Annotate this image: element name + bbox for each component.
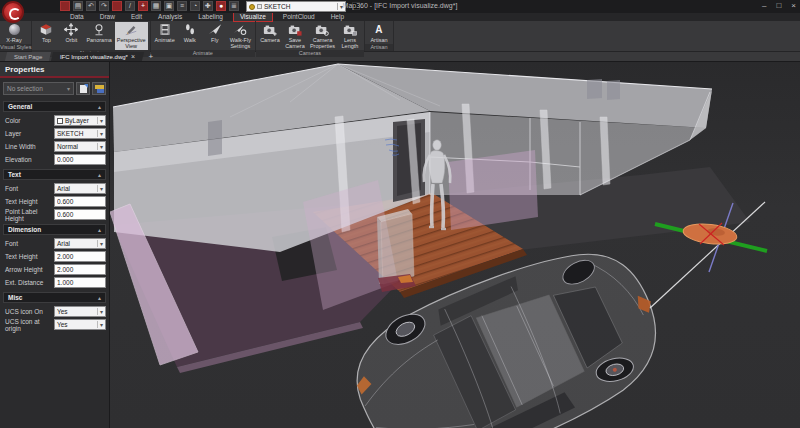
line-width-dropdown[interactable]: Normal ▾ — [54, 141, 106, 152]
arrow-height-input[interactable] — [54, 264, 106, 275]
chevron-down-icon: ▾ — [97, 117, 103, 124]
selection-dropdown[interactable]: No selection ▾ — [3, 82, 74, 95]
walk-fly-settings-button[interactable]: Walk-Fly Settings — [228, 22, 253, 50]
panel-title: Properties — [0, 62, 109, 78]
artisan-a-icon: A — [371, 23, 387, 36]
properties-panel: Properties No selection ▾ General ▴ Colo… — [0, 62, 110, 428]
save-camera-button[interactable]: Save Camera — [283, 22, 307, 50]
row-arrow-height: Arrow Height — [0, 263, 109, 276]
chevron-down-icon: ▾ — [97, 240, 103, 247]
group-label: Artisan — [365, 44, 393, 51]
plane-gear-icon — [232, 23, 248, 36]
text-height-input[interactable] — [54, 196, 106, 207]
row-ucs-icon-on: UCS icon On Yes ▾ — [0, 305, 109, 318]
group-navigate: Top Orbit Panorama — [32, 21, 150, 51]
maximize-button[interactable]: □ — [776, 0, 781, 12]
collapse-icon: ▴ — [98, 103, 101, 110]
window-title: Map360 - [IFC Import visualize.dwg*] — [0, 2, 800, 9]
row-line-width: Line Width Normal ▾ — [0, 140, 109, 153]
orbit-arrows-icon — [63, 23, 79, 36]
match-properties-button[interactable] — [92, 82, 106, 95]
dim-text-height-input[interactable] — [54, 251, 106, 262]
quick-select-button[interactable] — [76, 82, 90, 95]
row-color: Color ByLayer ▾ — [0, 114, 109, 127]
group-cameras: Camera Save Camera Camera Properties — [256, 21, 365, 51]
tab-pointcloud[interactable]: PointCloud — [277, 13, 321, 21]
viewport-3d[interactable] — [110, 62, 800, 428]
orbit-button[interactable]: Orbit — [59, 22, 83, 50]
ribbon-tab-bar: Data Draw Edit Analysis Labeling Visuali… — [0, 13, 800, 21]
scene — [110, 62, 800, 428]
elevation-input[interactable] — [54, 154, 106, 165]
row-ucs-icon-origin: UCS icon at origin Yes ▾ — [0, 318, 109, 331]
tab-data[interactable]: Data — [64, 13, 90, 21]
ext-distance-input[interactable] — [54, 277, 106, 288]
group-artisan: A Artisan Artisan — [365, 21, 394, 51]
chevron-down-icon: ▾ — [67, 85, 70, 92]
chevron-down-icon: ▾ — [97, 185, 103, 192]
footprints-icon — [182, 23, 198, 36]
document-tab-bar: Start Page IFC Import visualize.dwg* × + — [0, 52, 800, 62]
furniture-box — [377, 209, 414, 284]
tab-analysis[interactable]: Analysis — [152, 13, 188, 21]
tab-labeling[interactable]: Labeling — [192, 13, 229, 21]
section-misc[interactable]: Misc ▴ — [3, 292, 106, 303]
camera-button[interactable]: Camera — [258, 22, 282, 50]
section-dimension[interactable]: Dimension ▴ — [3, 224, 106, 235]
color-swatch-icon — [57, 118, 63, 124]
title-bar: ▤ ↶ ↷ / + ▦ ▣ ≡ ◔ ✚ ● ≣ SKETCH ▾ Map360 … — [0, 0, 800, 13]
group-animate: Animate Walk Fly — [151, 21, 256, 51]
tab-start-page[interactable]: Start Page — [5, 52, 52, 61]
artisan-button[interactable]: A Artisan — [367, 22, 391, 44]
row-elevation: Elevation — [0, 153, 109, 166]
text-font-dropdown[interactable]: Arial ▾ — [54, 183, 106, 194]
row-dim-text-height: Text Height — [0, 250, 109, 263]
tab-edit[interactable]: Edit — [125, 13, 148, 21]
walk-button[interactable]: Walk — [178, 22, 202, 50]
row-text-height: Text Height — [0, 195, 109, 208]
sphere-icon — [6, 23, 22, 36]
color-dropdown[interactable]: ByLayer ▾ — [54, 115, 106, 126]
new-tab-button[interactable]: + — [145, 52, 156, 61]
app-logo-icon[interactable] — [2, 1, 24, 23]
section-text[interactable]: Text ▴ — [3, 169, 106, 180]
row-point-label-height: Point Label Height — [0, 208, 109, 221]
lens-length-button[interactable]: Lens Length — [338, 22, 362, 50]
row-ext-distance: Ext. Distance — [0, 276, 109, 289]
close-tab-icon[interactable]: × — [131, 53, 135, 60]
row-layer: Layer SKETCH ▾ — [0, 127, 109, 140]
chevron-down-icon: ▾ — [97, 143, 103, 150]
top-view-button[interactable]: Top — [34, 22, 58, 50]
camera-lens-icon — [342, 23, 358, 36]
tab-help[interactable]: Help — [325, 13, 350, 21]
ucs-icon-on-dropdown[interactable]: Yes ▾ — [54, 306, 106, 317]
chevron-down-icon: ▾ — [97, 308, 103, 315]
panorama-button[interactable]: Panorama — [84, 22, 113, 50]
window-controls: – □ × — [762, 0, 796, 12]
collapse-icon: ▴ — [98, 171, 101, 178]
page-icon — [80, 85, 87, 93]
section-general[interactable]: General ▴ — [3, 101, 106, 112]
ucs-icon-origin-dropdown[interactable]: Yes ▾ — [54, 319, 106, 330]
row-dim-font: Font Arial ▾ — [0, 237, 109, 250]
paper-plane-icon — [207, 23, 223, 36]
group-visual-styles: X-Ray Visual Styles — [0, 21, 32, 51]
camera-save-icon — [287, 23, 303, 36]
pencil-icon — [123, 23, 139, 36]
chevron-down-icon: ▾ — [97, 130, 103, 137]
minimize-button[interactable]: – — [762, 0, 766, 12]
close-button[interactable]: × — [791, 0, 796, 12]
camera-properties-button[interactable]: Camera Properties — [308, 22, 337, 50]
fly-button[interactable]: Fly — [203, 22, 227, 50]
perspective-view-button[interactable]: Perspective View — [115, 22, 148, 50]
ribbon: X-Ray Visual Styles Top Orbit — [0, 21, 800, 52]
layer-dropdown[interactable]: SKETCH ▾ — [54, 128, 106, 139]
tab-draw[interactable]: Draw — [94, 13, 121, 21]
tab-active-drawing[interactable]: IFC Import visualize.dwg* × — [51, 52, 144, 61]
dim-font-dropdown[interactable]: Arial ▾ — [54, 238, 106, 249]
point-label-height-input[interactable] — [54, 209, 106, 220]
group-label: Animate — [151, 50, 255, 57]
chevron-down-icon: ▾ — [97, 321, 103, 328]
x-ray-button[interactable]: X-Ray — [2, 22, 26, 44]
animate-button[interactable]: Animate — [153, 22, 177, 50]
